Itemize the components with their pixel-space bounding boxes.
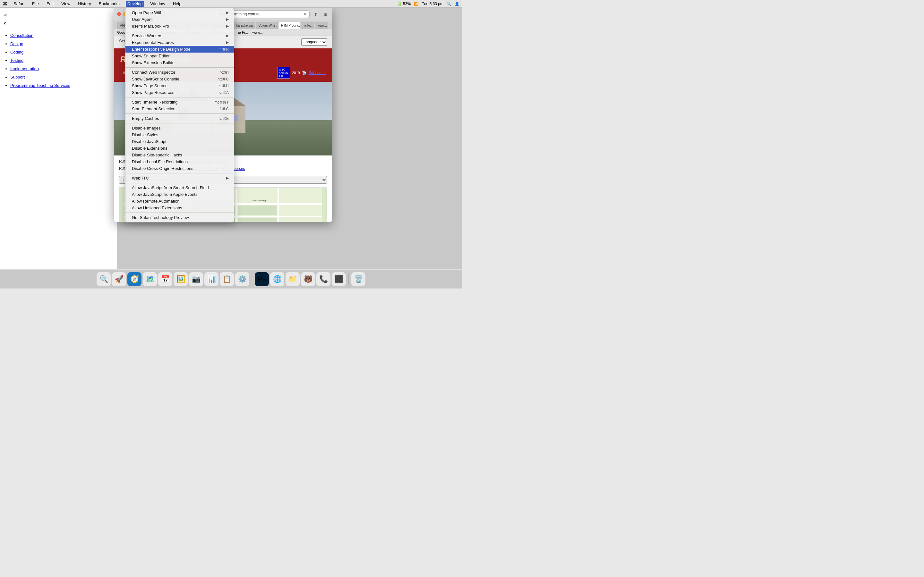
bookmark-www[interactable]: www... — [252, 31, 263, 34]
dock-camera[interactable]: 📷 — [189, 272, 203, 286]
menu-file[interactable]: File — [31, 1, 40, 7]
dock-launchpad[interactable]: 🚀 — [112, 272, 126, 286]
menu-history[interactable]: History — [76, 1, 92, 7]
shortcut-show-page-source: ⌥⌘U — [218, 84, 229, 88]
dock-bear[interactable]: 🐻 — [301, 272, 315, 286]
menu-label-allow-js-events: Allow JavaScript from Apple Events — [132, 192, 229, 197]
dock-safari[interactable]: 🧭 — [128, 272, 142, 286]
menu-item-user-agent[interactable]: User Agent ▶ — [126, 16, 234, 23]
menu-develop[interactable]: Develop — [126, 1, 144, 7]
menu-item-show-snippet-editor[interactable]: Show Snippet Editor — [126, 53, 234, 59]
dock-chrome[interactable]: 🌐 — [270, 272, 284, 286]
bookmark-ia-fi[interactable]: ia Fi... — [238, 31, 248, 34]
menubar-user[interactable]: 👤 — [455, 2, 459, 6]
menu-item-disable-local-file[interactable]: Disable Local File Restrictions — [126, 158, 234, 165]
menu-item-disable-javascript[interactable]: Disable JavaScript — [126, 138, 234, 145]
link-consultation[interactable]: Consultation — [10, 33, 33, 38]
shortcut-start-element-selection: ⇧⌘C — [219, 107, 229, 111]
menu-item-disable-cross-origin[interactable]: Disable Cross-Origin Restrictions — [126, 165, 234, 172]
menu-item-service-workers[interactable]: Service Workers ▶ — [126, 32, 234, 39]
link-design[interactable]: Design — [10, 41, 23, 46]
list-item: Support — [10, 73, 113, 81]
menu-item-connect-web-inspector[interactable]: Connect Web Inspector ⌥⌘I — [126, 69, 234, 76]
menu-label-show-js-console: Show JavaScript Console — [132, 77, 211, 81]
menu-item-show-page-source[interactable]: Show Page Source ⌥⌘U — [126, 82, 234, 89]
menubar: ⌘ Safari File Edit View History Bookmark… — [0, 0, 462, 8]
menu-item-start-timeline[interactable]: Start Timeline Recording ⌥⇧⌘T — [126, 99, 234, 105]
divider-2 — [126, 67, 234, 68]
menu-bookmarks[interactable]: Bookmarks — [97, 1, 121, 7]
menu-item-show-extension-builder[interactable]: Show Extension Builder — [126, 59, 234, 66]
menu-item-allow-js-events[interactable]: Allow JavaScript from Apple Events — [126, 191, 234, 198]
menu-label-show-extension-builder: Show Extension Builder — [132, 60, 229, 65]
menubar-battery: 🔋 53% — [397, 2, 411, 6]
subscribe-link[interactable]: Subscribe — [309, 71, 326, 75]
tab-colour[interactable]: Colour Whe... — [256, 22, 278, 29]
dock-calendar[interactable]: 📅 — [158, 272, 172, 286]
menu-item-responsive-design-mode[interactable]: Enter Responsive Design Mode ⌃⌘R — [126, 46, 234, 53]
dock-maps[interactable]: 🗺️ — [143, 272, 157, 286]
menu-item-disable-site-hacks[interactable]: Disable Site-specific Hacks — [126, 152, 234, 158]
arrow-service-workers: ▶ — [226, 34, 229, 38]
arrow-macbook-pro: ▶ — [226, 24, 229, 28]
menu-item-open-page-with[interactable]: Open Page With ▶ — [126, 9, 234, 16]
dock-notes[interactable]: 📋 — [220, 272, 234, 286]
dock-photos[interactable]: 🖼️ — [174, 272, 188, 286]
dock-numbers[interactable]: 📊 — [204, 272, 218, 286]
tab-rjm[interactable]: RJM Progra... — [278, 22, 300, 29]
menu-item-safari-tech-preview[interactable]: Get Safari Technology Preview — [126, 214, 234, 221]
menu-item-disable-styles[interactable]: Disable Styles — [126, 131, 234, 138]
menu-item-experimental-features[interactable]: Experimental Features ▶ — [126, 39, 234, 46]
menu-item-macbook-pro[interactable]: user's MacBook Pro ▶ — [126, 23, 234, 29]
menu-item-show-page-resources[interactable]: Show Page Resources ⌥⌘A — [126, 89, 234, 96]
url-clear-icon[interactable]: ✕ — [304, 12, 307, 16]
menu-edit[interactable]: Edit — [45, 1, 55, 7]
menu-item-disable-extensions[interactable]: Disable Extensions — [126, 145, 234, 152]
dock-filezilla[interactable]: 📁 — [286, 272, 300, 286]
dock-terminal[interactable]: ⬛ — [332, 272, 346, 286]
dock: 🔍 🚀 🧭 🗺️ 📅 🖼️ 📷 📊 📋 ⚙️ Ps 🌐 📁 🐻 📞 ⬛ 🗑️ — [0, 269, 462, 288]
menu-window[interactable]: Window — [149, 1, 166, 7]
menu-label-safari-tech-preview: Get Safari Technology Preview — [132, 215, 229, 220]
dock-trash[interactable]: 🗑️ — [351, 272, 365, 286]
menu-view[interactable]: View — [60, 1, 72, 7]
link-programming-teaching[interactable]: Programming Teaching Services — [10, 83, 70, 88]
menu-help[interactable]: Help — [171, 1, 183, 7]
link-support[interactable]: Support — [10, 75, 25, 79]
menu-item-disable-images[interactable]: Disable Images — [126, 125, 234, 131]
link-testing[interactable]: Testing — [10, 58, 23, 63]
menu-label-disable-cross-origin: Disable Cross-Origin Restrictions — [132, 166, 229, 171]
divider-7 — [126, 183, 234, 183]
link-implementation[interactable]: Implementation — [10, 66, 39, 71]
link-coding[interactable]: Coding — [10, 50, 23, 55]
shortcut-show-js-console: ⌥⌘C — [218, 77, 229, 81]
apple-menu[interactable]: ⌘ — [3, 1, 7, 7]
add-tab-button[interactable]: ⊞ — [322, 11, 329, 17]
ls-services-list: Consultation Design Coding Testing Imple… — [4, 31, 113, 90]
dock-finder[interactable]: 🔍 — [97, 272, 111, 286]
tab-www[interactable]: www... — [315, 22, 328, 29]
menu-item-empty-caches[interactable]: Empty Caches ⌥⌘E — [126, 115, 234, 122]
list-item: Design — [10, 40, 113, 48]
menu-item-allow-remote-automation[interactable]: Allow Remote Automation — [126, 198, 234, 205]
close-button[interactable] — [117, 12, 121, 16]
menu-item-webrtc[interactable]: WebRTC ▶ — [126, 175, 234, 181]
menubar-search[interactable]: 🔍 — [447, 2, 451, 6]
menubar-left: ⌘ Safari File Edit View History Bookmark… — [3, 1, 183, 7]
share-button[interactable]: ⬆ — [312, 11, 319, 17]
menubar-clock: Tue 5:33 pm — [422, 2, 443, 6]
rss-icon: 📡 — [302, 71, 307, 75]
menu-safari[interactable]: Safari — [12, 1, 26, 7]
menu-item-show-js-console[interactable]: Show JavaScript Console ⌥⌘C — [126, 76, 234, 82]
dock-whatsapp[interactable]: 📞 — [317, 272, 330, 286]
arrow-user-agent: ▶ — [226, 17, 229, 21]
menu-item-allow-unsigned-extensions[interactable]: Allow Unsigned Extensions — [126, 205, 234, 211]
menu-item-allow-js-smart[interactable]: Allow JavaScript from Smart Search Field — [126, 184, 234, 191]
tab-karaoke2[interactable]: Karaoke via... — [233, 22, 255, 29]
dock-ps[interactable]: Ps — [255, 272, 269, 286]
language-select[interactable]: Language — [301, 39, 327, 45]
dock-settings[interactable]: ⚙️ — [235, 272, 249, 286]
menu-item-start-element-selection[interactable]: Start Element Selection ⇧⌘C — [126, 105, 234, 112]
tab-ia-fi[interactable]: ia Fi... — [301, 22, 314, 29]
menu-label-show-page-resources: Show Page Resources — [132, 90, 212, 95]
